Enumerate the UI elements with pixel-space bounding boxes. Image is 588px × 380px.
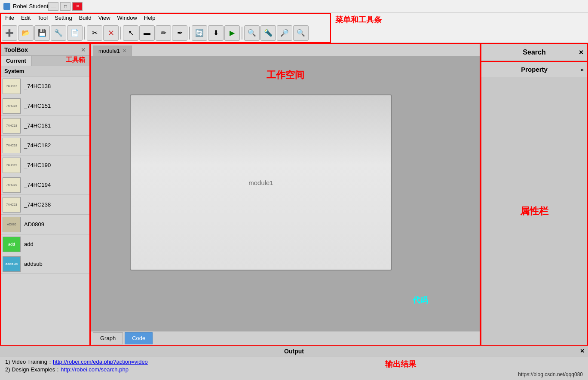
tool-name: AD0809 xyxy=(24,221,44,228)
search-label: Search xyxy=(523,49,545,56)
bottom-tabs: Graph Code xyxy=(91,331,480,345)
tb-zoom-fit[interactable]: 🔍 xyxy=(244,25,260,41)
main-area: ToolBox ✕ Current 工具箱 System 74HC13 _74H… xyxy=(0,43,588,346)
tool-name: add xyxy=(24,241,34,247)
menu-window[interactable]: Window xyxy=(114,14,141,22)
property-panel: Property » 属性栏 xyxy=(481,62,587,345)
tb-pen[interactable]: ✒ xyxy=(172,25,187,41)
menu-build[interactable]: Build xyxy=(76,14,95,22)
menu-edit[interactable]: Edit xyxy=(18,14,34,22)
window-controls: — □ ✕ xyxy=(48,2,83,11)
tb-new[interactable]: ➕ xyxy=(2,25,17,41)
output-line2-link[interactable]: http://robei.com/search.php xyxy=(61,366,129,373)
toolbox-list: 74HC13 _74HC138 74HC15 _74HC151 74HC18 _… xyxy=(1,76,89,345)
tb-config[interactable]: 🔧 xyxy=(51,25,66,41)
menu-setting[interactable]: Setting xyxy=(51,14,75,22)
right-panel: Search ✕ Property » 属性栏 xyxy=(481,43,588,346)
output-bar: Output ✕ 1) Video Training：http://robei.… xyxy=(0,346,588,380)
tb-pencil[interactable]: ✏ xyxy=(156,25,171,41)
menu-view[interactable]: View xyxy=(95,14,114,22)
property-label: Property xyxy=(521,66,548,73)
property-body: 属性栏 xyxy=(481,77,587,345)
tb-save[interactable]: 💾 xyxy=(34,25,50,41)
menu-file[interactable]: File xyxy=(2,14,18,22)
list-item[interactable]: 74HC19 _74HC190 xyxy=(1,155,89,175)
title-bar: Robei Student — □ ✕ xyxy=(0,0,588,13)
list-item[interactable]: add add xyxy=(1,234,89,254)
system-label: System xyxy=(1,66,89,76)
tool-thumb: 74HC23 xyxy=(3,197,21,213)
menu-tool[interactable]: Tool xyxy=(34,14,51,22)
output-close-icon[interactable]: ✕ xyxy=(580,348,585,354)
code-tab[interactable]: Code xyxy=(125,332,153,344)
tb-zoom-out[interactable]: 🔍 xyxy=(293,25,309,41)
code-label-zh: 代码 xyxy=(413,295,428,305)
tab-name: module1 xyxy=(98,48,120,54)
maximize-button[interactable]: □ xyxy=(60,2,70,11)
tb-wire[interactable]: ▬ xyxy=(139,25,155,41)
output-content: 1) Video Training：http://robei.com/eda.p… xyxy=(0,356,588,375)
list-item[interactable]: 74HC18 _74HC182 xyxy=(1,136,89,155)
toolbox-header: ToolBox ✕ xyxy=(1,44,89,56)
tab-close-icon[interactable]: ✕ xyxy=(122,48,126,54)
csdn-link: https://blog.csdn.net/qqq080 xyxy=(518,371,583,377)
list-item[interactable]: 74HC15 _74HC151 xyxy=(1,96,89,116)
tool-thumb: AD080 xyxy=(3,217,21,232)
tb-cut[interactable]: ✂ xyxy=(87,25,102,41)
workspace-tab[interactable]: module1 ✕ xyxy=(93,46,132,56)
tool-thumb: 74HC13 xyxy=(3,79,21,94)
output-line1-prefix: 1) Video Training： xyxy=(5,359,53,365)
tb-zoom-in[interactable]: 🔎 xyxy=(277,25,292,41)
search-header: Search ✕ xyxy=(481,44,587,61)
module-label: module1 xyxy=(248,179,273,186)
tb-run[interactable]: ▶ xyxy=(224,25,240,41)
tb-magnify[interactable]: 🔦 xyxy=(260,25,276,41)
workspace-canvas[interactable]: 工作空间 module1 代码 xyxy=(91,56,480,331)
tb-doc[interactable]: 📄 xyxy=(67,25,83,41)
tb-download[interactable]: ⬇ xyxy=(208,25,224,41)
search-close-icon[interactable]: ✕ xyxy=(579,49,584,56)
list-item[interactable]: 74HC13 _74HC138 xyxy=(1,76,89,96)
output-header: Output ✕ xyxy=(0,346,588,356)
list-item[interactable]: 74HC18 _74HC181 xyxy=(1,116,89,136)
toolbox-panel: ToolBox ✕ Current 工具箱 System 74HC13 _74H… xyxy=(0,43,90,346)
tb-select[interactable]: ↖ xyxy=(123,25,138,41)
property-label-zh: 属性栏 xyxy=(520,205,548,218)
property-header: Property » xyxy=(481,62,587,77)
workspace-area: module1 ✕ 工作空间 module1 代码 Graph Code xyxy=(90,43,481,346)
output-line1-link[interactable]: http://robei.com/eda.php?action=video xyxy=(53,359,148,365)
tb-delete[interactable]: ✕ xyxy=(103,25,119,41)
tool-name: _74HC181 xyxy=(24,122,51,129)
list-item[interactable]: addsub addsub xyxy=(1,254,89,274)
module-box: module1 xyxy=(130,94,392,271)
list-item[interactable]: AD080 AD0809 xyxy=(1,215,89,234)
tool-name: _74HC151 xyxy=(24,103,51,109)
tb-open[interactable]: 📂 xyxy=(18,25,34,41)
minimize-button[interactable]: — xyxy=(48,2,58,11)
list-item[interactable]: 74HC23 _74HC238 xyxy=(1,195,89,215)
close-button[interactable]: ✕ xyxy=(72,2,83,11)
toolbox-tabs: Current 工具箱 xyxy=(1,56,89,66)
property-expand-icon[interactable]: » xyxy=(580,66,584,73)
toolbox-tab-current[interactable]: Current xyxy=(1,56,32,66)
tool-thumb: 74HC18 xyxy=(3,138,21,153)
tool-thumb: 74HC18 xyxy=(3,118,21,134)
toolbox-close-icon[interactable]: ✕ xyxy=(81,46,86,53)
tab-bar: module1 ✕ xyxy=(91,44,480,56)
app-icon xyxy=(3,3,10,10)
tool-thumb: 74HC15 xyxy=(3,98,21,114)
toolbar: ➕ 📂 💾 🔧 📄 ✂ ✕ ↖ ▬ ✏ ✒ 🔄 ⬇ ▶ 🔍 🔦 🔎 🔍 xyxy=(0,23,588,43)
graph-tab[interactable]: Graph xyxy=(93,332,123,344)
menu-bar: File Edit Tool Setting Build View Window… xyxy=(0,13,588,23)
toolbar-separator-1 xyxy=(84,27,85,40)
menu-help[interactable]: Help xyxy=(141,14,159,22)
tb-rotate[interactable]: 🔄 xyxy=(192,25,207,41)
tool-name: _74HC194 xyxy=(24,182,51,188)
workspace-label-zh: 工作空间 xyxy=(266,69,304,82)
app-title: Robei Student xyxy=(13,3,48,9)
toolbar-separator-4 xyxy=(242,27,242,40)
output-line1: 1) Video Training：http://robei.com/eda.p… xyxy=(5,358,583,366)
toolbox-title: ToolBox xyxy=(4,46,28,53)
list-item[interactable]: 74HC19 _74HC194 xyxy=(1,175,89,195)
tool-thumb: add xyxy=(3,237,21,252)
